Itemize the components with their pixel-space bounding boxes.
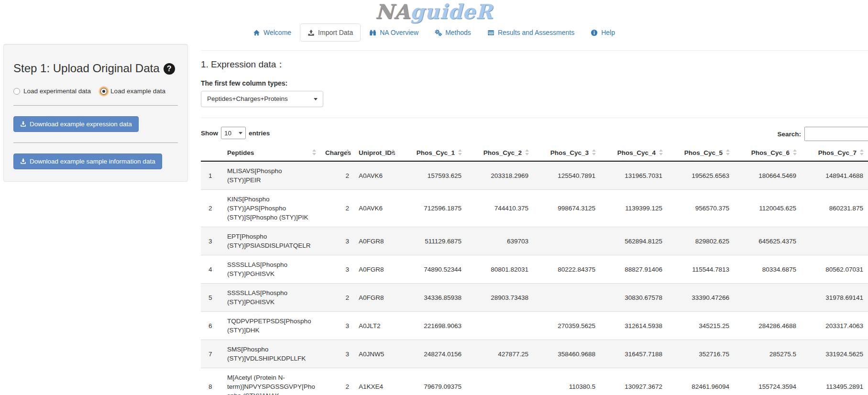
- column-header-label: Phos_Cyc_6: [751, 149, 790, 156]
- tab-help[interactable]: Help: [583, 23, 623, 42]
- tab-label: Methods: [445, 29, 471, 36]
- cell-uniprot-id: A0FGR8: [354, 255, 399, 284]
- cell-intensity-value: 285275.5: [734, 340, 801, 368]
- tab-results-assessments[interactable]: Results and Assessments: [480, 23, 582, 42]
- column-header-phos_cyc_7[interactable]: Phos_Cyc_7: [801, 145, 868, 161]
- column-header-label: Phos_Cyc_1: [417, 149, 455, 156]
- cell-intensity-value: 130927.3672: [600, 368, 667, 395]
- column-header-phos_cyc_2[interactable]: Phos_Cyc_2: [466, 145, 533, 161]
- column-header-charges[interactable]: Charges: [320, 145, 354, 161]
- tab-label: Welcome: [264, 29, 291, 36]
- sort-arrows-icon: [860, 149, 864, 157]
- page-length-value: 10: [224, 130, 231, 137]
- download-expression-data-button[interactable]: Download example expression data: [13, 116, 139, 132]
- tab-label: Import Data: [318, 29, 353, 36]
- cell-charges: 2: [320, 161, 354, 190]
- cell-intensity-value: 34336.85938: [399, 284, 466, 312]
- download-icon: [20, 121, 26, 127]
- cell-intensity-value: 157593.625: [399, 161, 466, 190]
- sort-arrows-icon: [726, 149, 730, 157]
- column-header-label: Phos_Cyc_2: [483, 149, 522, 156]
- chevron-down-icon: [314, 98, 318, 100]
- panel-title: Step 1: Upload Original Data?: [13, 62, 178, 75]
- cell-intensity-value: 131965.7031: [600, 161, 667, 190]
- cell-charges: 3: [320, 340, 354, 368]
- logo-part-na: NA: [375, 0, 410, 23]
- data-source-radio-group: Load experimental data Load example data: [13, 88, 178, 95]
- cell-peptides: SSSSLLAS[Phospho (STY)]PGHISVK: [222, 284, 320, 312]
- column-header-phos_cyc_3[interactable]: Phos_Cyc_3: [533, 145, 600, 161]
- download-icon: [20, 158, 26, 165]
- download-sample-information-button[interactable]: Download example sample information data: [13, 154, 162, 169]
- cell-intensity-value: 427877.25: [466, 340, 533, 368]
- cell-intensity-value: 829802.625: [667, 227, 734, 255]
- cell-intensity-value: 860231.875: [801, 190, 868, 227]
- entries-label: entries: [249, 130, 270, 137]
- table-row: 1MLISAVS[Phospho (STY)]PEIR2A0AVK6157593…: [201, 161, 868, 190]
- sort-arrows-icon: [659, 149, 663, 157]
- column-types-select[interactable]: Peptides+Charges+Proteins: [201, 91, 323, 107]
- column-header-phos_cyc_6[interactable]: Phos_Cyc_6: [734, 145, 801, 161]
- cell-intensity-value: [466, 312, 533, 340]
- cell-intensity-value: 345215.25: [667, 312, 734, 340]
- cell-peptides: MLISAVS[Phospho (STY)]PEIR: [222, 161, 320, 190]
- home-icon: [253, 29, 260, 36]
- cell-charges: 3: [320, 255, 354, 284]
- section-title: 1. Expression data：: [201, 58, 868, 71]
- cell-intensity-value: 79679.09375: [399, 368, 466, 395]
- cell-intensity-value: 80222.84375: [533, 255, 600, 284]
- cell-uniprot-id: A1KXE4: [354, 368, 399, 395]
- cell-uniprot-id: A0FGR8: [354, 284, 399, 312]
- table-row: 3EPT[Phospho (STY)]PSIASDISLPIATQELR3A0F…: [201, 227, 868, 255]
- radio-load-experimental-data[interactable]: Load experimental data: [13, 88, 91, 95]
- column-header-phos_cyc_5[interactable]: Phos_Cyc_5: [667, 145, 734, 161]
- tab-import-data[interactable]: Import Data: [300, 23, 361, 42]
- tab-methods[interactable]: Methods: [427, 23, 479, 42]
- cell-peptides: M[Acetyl (Protein N-term)]NPVYSPGSSGVPY[…: [222, 368, 320, 395]
- search-input[interactable]: [804, 127, 868, 141]
- cell-intensity-value: 221698.9063: [399, 312, 466, 340]
- cell-intensity-value: [533, 227, 600, 255]
- sort-arrows-icon: [793, 149, 797, 157]
- radio-label: Load experimental data: [23, 88, 91, 95]
- page-length-control: Show 10 entries: [201, 127, 868, 139]
- cell-row-index: 5: [201, 284, 222, 312]
- column-header-peptides[interactable]: Peptides: [222, 145, 320, 161]
- divider: [13, 143, 178, 143]
- column-header-phos_cyc_1[interactable]: Phos_Cyc_1: [399, 145, 466, 161]
- divider: [201, 118, 868, 118]
- import-data-content: 1. Expression data： The first few column…: [201, 50, 868, 395]
- cell-intensity-value: 33390.47266: [667, 284, 734, 312]
- radio-icon: [13, 88, 20, 95]
- cell-intensity-value: 639703: [466, 227, 533, 255]
- cell-charges: 2: [320, 190, 354, 227]
- cell-uniprot-id: A0AVK6: [354, 190, 399, 227]
- sort-arrows-icon: [458, 149, 462, 157]
- cell-intensity-value: 113495.2891: [801, 368, 868, 395]
- divider: [13, 105, 178, 106]
- cell-row-index: 2: [201, 190, 222, 227]
- page-length-select[interactable]: 10: [221, 127, 246, 139]
- cell-intensity-value: 88827.91406: [600, 255, 667, 284]
- gears-icon: [435, 29, 442, 36]
- column-header-phos_cyc_4[interactable]: Phos_Cyc_4: [600, 145, 667, 161]
- cell-intensity-value: 80334.6875: [734, 255, 801, 284]
- cell-intensity-value: 110380.5: [533, 368, 600, 395]
- tab-label: Help: [601, 29, 615, 36]
- question-circle-icon[interactable]: ?: [164, 63, 175, 75]
- cell-intensity-value: 511129.6875: [399, 227, 466, 255]
- binoculars-icon: [369, 29, 376, 36]
- tab-na-overview[interactable]: NA Overview: [362, 23, 426, 42]
- cell-intensity-value: 203317.4063: [801, 312, 868, 340]
- column-header-label: Phos_Cyc_3: [550, 149, 589, 156]
- column-header-uniprot_ids[interactable]: Uniprot_IDs: [354, 145, 399, 161]
- table-row: 5SSSSLLAS[Phospho (STY)]PGHISVK2A0FGR834…: [201, 284, 868, 312]
- cell-peptides: EPT[Phospho (STY)]PSIASDISLPIATQELR: [222, 227, 320, 255]
- table-header-row: PeptidesChargesUniprot_IDsPhos_Cyc_1Phos…: [201, 145, 868, 161]
- cell-charges: 2: [320, 368, 354, 395]
- cell-intensity-value: 1120045.625: [734, 190, 801, 227]
- tab-welcome[interactable]: Welcome: [245, 23, 299, 42]
- radio-load-example-data[interactable]: Load example data: [100, 88, 165, 95]
- column-header-label: Phos_Cyc_7: [818, 149, 857, 156]
- cell-intensity-value: 30830.67578: [600, 284, 667, 312]
